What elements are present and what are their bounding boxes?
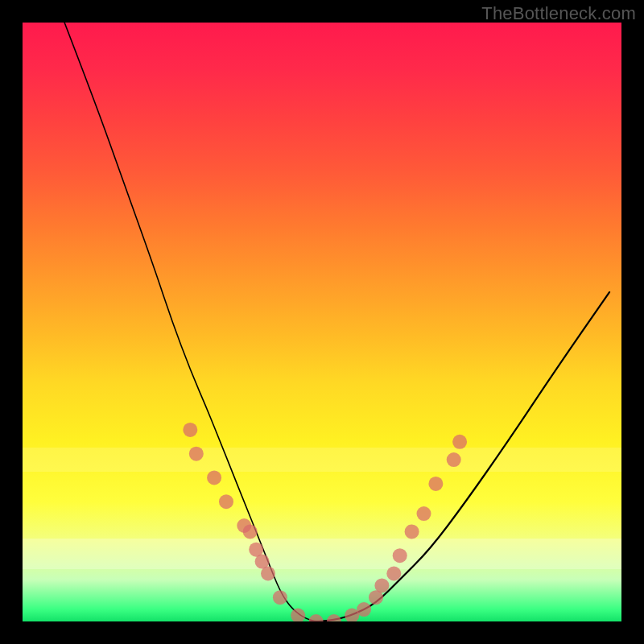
data-point xyxy=(207,470,221,485)
data-point xyxy=(327,614,341,621)
data-point xyxy=(417,506,431,521)
chart-root: TheBottleneck.com xyxy=(0,0,644,644)
data-point xyxy=(183,423,197,437)
data-point xyxy=(386,567,401,581)
data-point xyxy=(273,590,287,605)
data-point xyxy=(428,477,443,491)
watermark-text: TheBottleneck.com xyxy=(481,3,636,24)
data-points-group xyxy=(183,423,467,621)
data-point xyxy=(261,567,275,581)
data-point xyxy=(447,452,461,467)
data-point xyxy=(393,548,407,563)
data-point xyxy=(405,524,419,539)
plot-area xyxy=(23,23,621,621)
data-point xyxy=(219,494,233,509)
chart-svg xyxy=(23,23,621,621)
data-point xyxy=(309,614,324,621)
data-point xyxy=(452,435,467,449)
bottleneck-curve-left xyxy=(64,23,328,621)
data-point xyxy=(189,447,204,461)
data-point xyxy=(374,578,389,592)
data-point xyxy=(243,524,258,539)
data-point xyxy=(357,602,371,617)
data-point xyxy=(291,609,305,621)
